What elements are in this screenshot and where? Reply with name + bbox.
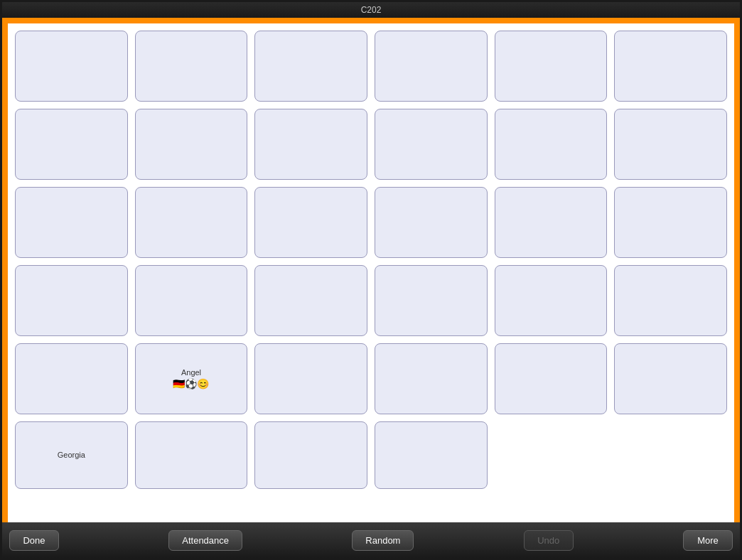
student-icons: 🇩🇪⚽😊 [173, 378, 209, 390]
app-frame: C202 Angel🇩🇪⚽😊 Georgia Done Attendance R… [0, 0, 742, 560]
title-bar: C202 [2, 2, 740, 18]
seat-card[interactable] [614, 187, 727, 258]
seat-card[interactable] [375, 31, 488, 102]
seat-card[interactable] [15, 265, 128, 336]
seat-card[interactable] [495, 187, 608, 258]
content-area: Angel🇩🇪⚽😊 Georgia [8, 23, 734, 522]
attendance-button[interactable]: Attendance [168, 530, 242, 551]
seat-card[interactable] [254, 31, 367, 102]
seat-card[interactable] [495, 109, 608, 180]
seat-card[interactable] [254, 109, 367, 180]
seat-card[interactable] [375, 265, 488, 336]
seat-card[interactable] [15, 109, 128, 180]
done-button[interactable]: Done [9, 530, 59, 551]
seat-card[interactable]: Georgia [15, 421, 128, 489]
seat-card[interactable] [375, 421, 488, 489]
seat-card[interactable] [614, 343, 727, 414]
seat-card[interactable] [614, 31, 727, 102]
bottom-toolbar: Done Attendance Random Undo More [2, 522, 740, 558]
student-name: Georgia [58, 451, 85, 459]
seat-grid: Angel🇩🇪⚽😊 [15, 31, 727, 414]
seat-card[interactable] [135, 187, 248, 258]
seat-card[interactable] [375, 109, 488, 180]
seat-card[interactable] [135, 421, 248, 489]
seat-card[interactable] [15, 343, 128, 414]
seat-card[interactable] [135, 31, 248, 102]
seat-card[interactable] [495, 31, 608, 102]
seat-card[interactable] [495, 343, 608, 414]
seat-card[interactable] [15, 187, 128, 258]
last-row-grid: Georgia [15, 421, 727, 489]
seat-card[interactable] [614, 109, 727, 180]
seat-card[interactable]: Angel🇩🇪⚽😊 [135, 343, 248, 414]
seat-card[interactable] [15, 31, 128, 102]
seat-card[interactable] [254, 265, 367, 336]
seat-card[interactable] [254, 187, 367, 258]
student-name: Angel [181, 368, 201, 377]
seat-card[interactable] [254, 421, 367, 489]
more-button[interactable]: More [683, 530, 733, 551]
random-button[interactable]: Random [352, 530, 414, 551]
title-label: C202 [361, 5, 382, 15]
seat-card[interactable] [375, 343, 488, 414]
seat-card[interactable] [495, 265, 608, 336]
seat-card[interactable] [254, 343, 367, 414]
seat-card[interactable] [614, 265, 727, 336]
seat-card[interactable] [135, 265, 248, 336]
undo-button[interactable]: Undo [524, 530, 574, 551]
seat-card[interactable] [135, 109, 248, 180]
seat-card[interactable] [375, 187, 488, 258]
